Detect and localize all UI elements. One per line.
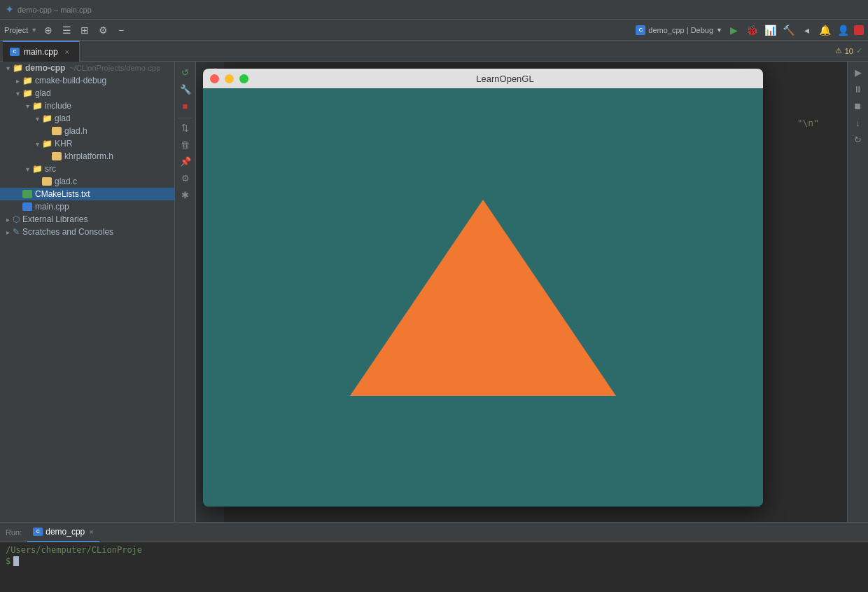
warning-icon: ⚠ [835,46,842,55]
minus-toolbar-icon[interactable]: − [114,23,128,37]
opengl-window[interactable]: LearnOpenGL [203,69,763,507]
tree-item-src[interactable]: ▾ 📁 src [0,163,174,175]
window-minimize-button[interactable] [225,74,234,83]
divider-1 [178,118,192,118]
main-cpp-label: main.cpp [35,202,69,212]
profile-icon[interactable]: 📊 [763,23,777,37]
sort-left-icon[interactable]: ⇅ [178,120,193,135]
tab-main-cpp[interactable]: C main.cpp × [3,41,80,62]
root-path: ~/CLionProjects/demo-cpp [69,64,160,72]
right-icon-4[interactable]: ↓ [850,115,866,130]
project-button[interactable]: Project ▼ [4,26,37,34]
cmakelists-label: CMakeLists.txt [35,189,90,199]
bottom-content: /Users/chemputer/CLionProje $ [0,542,868,592]
run-prompt: $ [6,556,862,566]
run-label: Run: [3,528,24,537]
cmakelists-file-icon [22,190,32,198]
top-bar: ✦ demo-cpp – main.cpp [0,0,868,20]
tree-item-external[interactable]: ▸ ⬡ External Libraries [0,213,174,226]
pin-left-icon[interactable]: 📌 [178,153,193,169]
tree-item-scratches[interactable]: ▸ ✎ Scratches and Consoles [0,226,174,238]
run-tab-label: demo_cpp [46,527,85,537]
src-label: src [45,164,56,174]
glad-h-file-icon [52,127,62,135]
window-title: demo-cpp – main.cpp [18,6,92,14]
bottom-panel: Run: C demo_cpp × /Users/chemputer/CLion… [0,522,868,592]
run-path: /Users/chemputer/CLionProje [6,545,862,555]
tree-item-glad-sub[interactable]: ▾ 📁 glad [0,112,174,125]
root-folder-icon: 📁 [13,63,22,73]
trash-left-icon[interactable]: 🗑 [178,137,193,152]
window-maximize-button[interactable] [239,74,248,83]
src-arrow-icon: ▾ [22,164,32,174]
khrplatform-label: khrplatform.h [64,151,113,161]
wrench-left-icon[interactable]: 🔧 [178,81,193,97]
opengl-title: LearnOpenGL [254,74,756,84]
glad-sub-arrow-icon: ▾ [32,113,42,123]
stop-button-icon[interactable] [854,25,864,35]
app-logo: ✦ [6,4,13,15]
window-close-button[interactable] [210,74,219,83]
external-arrow-icon: ▸ [3,214,13,224]
khr-label: KHR [55,139,72,149]
list-toolbar-icon[interactable]: ☰ [59,23,74,37]
right-icon-2[interactable]: ⏸ [850,81,866,97]
top-bar-left: ✦ demo-cpp – main.cpp [6,4,92,15]
scratches-icon: ✎ [13,227,20,237]
right-icon-1[interactable]: ▶ [850,64,866,80]
tree-item-glad[interactable]: ▾ 📁 glad [0,87,174,99]
settings-toolbar-icon[interactable]: ⚙ [96,23,110,37]
bottom-tab-demo-cpp[interactable]: C demo_cpp × [27,523,99,542]
tree-item-khrplatform[interactable]: ▸ khrplatform.h [0,150,174,163]
tree-item-cmake-build[interactable]: ▸ 📁 cmake-build-debug [0,74,174,87]
tree-item-glad-h[interactable]: ▸ glad.h [0,125,174,137]
right-icon-5[interactable]: ↻ [850,132,866,147]
rerun-left-icon[interactable]: ↺ [178,64,193,80]
tree-item-glad-c[interactable]: ▸ glad.c [0,175,174,188]
project-label: Project [4,26,28,34]
warnings-count: 10 [845,47,853,55]
tab-file-icon: C [10,48,20,56]
run-icon[interactable]: ▶ [727,23,741,37]
prompt-symbol: $ [6,556,10,566]
build-icon[interactable]: 🔨 [781,23,795,37]
star-left-icon[interactable]: ✱ [178,187,193,202]
right-margin-code: "\n" [797,118,819,128]
include-folder-icon: 📁 [32,101,42,111]
split-toolbar-icon[interactable]: ⊞ [78,23,92,37]
run-cursor [13,556,19,566]
right-icon-3[interactable]: ⏹ [850,98,866,113]
tab-bar: C main.cpp × ⚠ 10 ✓ [0,41,868,62]
stop-left-icon[interactable]: ■ [178,98,193,113]
run-tab-close[interactable]: × [89,528,93,536]
tree-item-main-cpp[interactable]: ▸ main.cpp [0,200,174,213]
tree-root[interactable]: ▾ 📁 demo-cpp ~/CLionProjects/demo-cpp [0,62,174,74]
glad-sub-folder-icon: 📁 [42,113,52,123]
glad-c-label: glad.c [55,177,77,186]
user-icon[interactable]: 👤 [836,23,850,37]
notifications-icon[interactable]: 🔔 [818,23,832,37]
sidebar: ▾ 📁 demo-cpp ~/CLionProjects/demo-cpp ▸ … [0,62,175,522]
tree-item-cmakelists[interactable]: ▸ CMakeLists.txt [0,188,174,200]
config-dropdown-icon: ▼ [716,27,722,34]
tree-item-include[interactable]: ▾ 📁 include [0,99,174,112]
right-toolbar: ▶ ⏸ ⏹ ↓ ↻ [847,62,868,522]
nav-back-icon[interactable]: ◂ [799,23,813,37]
bottom-tabs: Run: C demo_cpp × [0,523,868,542]
run-text: Run: [6,528,22,537]
src-folder-icon: 📁 [32,164,42,174]
triangle-svg [343,186,623,410]
tab-close-button[interactable]: × [62,47,72,57]
debug-icon[interactable]: 🐞 [745,23,759,37]
add-toolbar-icon[interactable]: ⊕ [41,23,55,37]
tree-item-khr[interactable]: ▾ 📁 KHR [0,137,174,150]
root-arrow-icon: ▾ [3,63,13,73]
external-label: External Libraries [22,214,88,224]
glad-h-label: glad.h [64,126,88,136]
settings-left-icon[interactable]: ⚙ [178,170,193,186]
check-icon: ✓ [856,46,862,55]
right-margin-text: "\n" [797,118,819,128]
project-toolbar: Project ▼ ⊕ ☰ ⊞ ⚙ − C demo_cpp | Debug ▼… [0,20,868,41]
khr-folder-icon: 📁 [42,139,52,149]
triangle-polygon [350,200,616,396]
